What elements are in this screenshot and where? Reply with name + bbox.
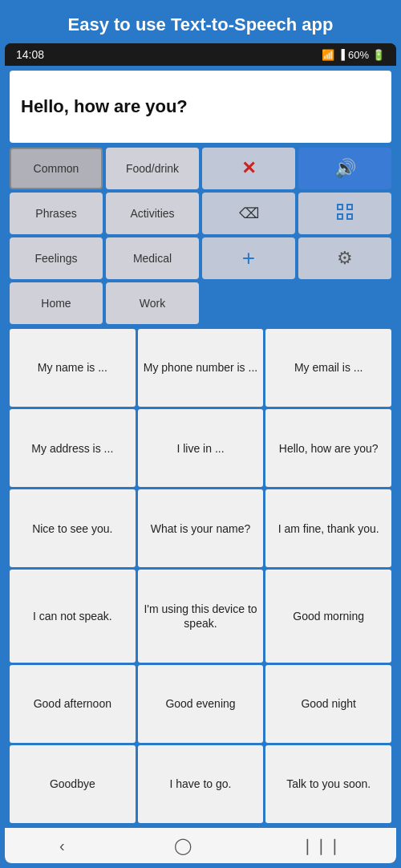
svg-rect-0 bbox=[338, 205, 342, 209]
home-button[interactable]: ◯ bbox=[158, 831, 208, 860]
controls-grid: Common Food/drink ✕ 🔊 Phrases Activities… bbox=[10, 148, 391, 324]
phrase-cell[interactable]: Goodbye bbox=[10, 745, 136, 823]
category-home[interactable]: Home bbox=[10, 282, 103, 324]
phrase-cell[interactable]: Talk to you soon. bbox=[265, 745, 391, 823]
battery-level: 60% bbox=[348, 49, 369, 61]
phrase-cell[interactable]: My email is ... bbox=[265, 329, 391, 407]
category-medical-label: Medical bbox=[133, 252, 172, 265]
speaker-button[interactable]: 🔊 bbox=[298, 148, 391, 189]
phrase-cell[interactable]: I can not speak. bbox=[10, 570, 136, 662]
phrase-cell[interactable]: I am fine, thank you. bbox=[265, 489, 391, 567]
recents-button[interactable]: ❘❘❘ bbox=[285, 831, 358, 860]
svg-rect-1 bbox=[347, 205, 352, 209]
category-common[interactable]: Common bbox=[10, 148, 103, 189]
backspace-icon: ⌫ bbox=[239, 205, 259, 222]
display-text: Hello, how are you? bbox=[21, 96, 188, 117]
backspace-button[interactable]: ⌫ bbox=[202, 193, 295, 234]
category-work-label: Work bbox=[140, 297, 165, 310]
expand-icon bbox=[336, 203, 354, 225]
phrase-grid: My name is ...My phone number is ...My e… bbox=[10, 329, 391, 823]
category-food[interactable]: Food/drink bbox=[106, 148, 199, 189]
phrase-cell[interactable]: My name is ... bbox=[10, 329, 136, 407]
speaker-icon: 🔊 bbox=[334, 158, 356, 179]
add-button[interactable]: + bbox=[202, 237, 295, 279]
category-phrases[interactable]: Phrases bbox=[10, 193, 103, 234]
category-feelings[interactable]: Feelings bbox=[10, 237, 103, 279]
phrase-cell[interactable]: What is your name? bbox=[138, 489, 264, 567]
phrase-cell[interactable]: I live in ... bbox=[138, 409, 264, 487]
settings-button[interactable]: ⚙ bbox=[298, 237, 391, 279]
category-medical[interactable]: Medical bbox=[106, 237, 199, 279]
nav-bar: ‹ ◯ ❘❘❘ bbox=[5, 828, 396, 863]
add-icon: + bbox=[242, 247, 255, 270]
phrase-cell[interactable]: My phone number is ... bbox=[138, 329, 264, 407]
back-icon: ‹ bbox=[59, 837, 65, 854]
category-home-label: Home bbox=[41, 297, 71, 310]
wifi-icon: 📶 bbox=[322, 49, 334, 61]
category-phrases-label: Phrases bbox=[35, 207, 76, 220]
expand-button[interactable] bbox=[298, 193, 391, 234]
close-icon: ✕ bbox=[241, 158, 256, 179]
category-food-label: Food/drink bbox=[126, 162, 179, 175]
phrase-cell[interactable]: Good night bbox=[265, 665, 391, 743]
status-time: 14:08 bbox=[16, 48, 44, 61]
app-header: Easy to use Text-to-Speech app bbox=[0, 0, 401, 43]
phrase-cell[interactable]: Hello, how are you? bbox=[265, 409, 391, 487]
home-nav-icon: ◯ bbox=[174, 837, 192, 854]
category-common-label: Common bbox=[34, 162, 79, 175]
app-title: Easy to use Text-to-Speech app bbox=[68, 14, 334, 34]
phrase-cell[interactable]: Good afternoon bbox=[10, 665, 136, 743]
battery-icon: 🔋 bbox=[372, 49, 385, 61]
status-bar: 14:08 📶 ▐ 60% 🔋 bbox=[5, 43, 396, 66]
text-display: Hello, how are you? bbox=[10, 71, 391, 143]
gear-icon: ⚙ bbox=[337, 248, 353, 269]
signal-icon: ▐ bbox=[338, 49, 345, 60]
phone-frame: 14:08 📶 ▐ 60% 🔋 Hello, how are you? Comm… bbox=[5, 43, 396, 863]
phrase-cell[interactable]: My address is ... bbox=[10, 409, 136, 487]
back-button[interactable]: ‹ bbox=[43, 832, 81, 860]
recents-icon: ❘❘❘ bbox=[301, 837, 342, 854]
phrase-cell[interactable]: I have to go. bbox=[138, 745, 264, 823]
category-activities-label: Activities bbox=[130, 207, 174, 220]
phrase-cell[interactable]: Nice to see you. bbox=[10, 489, 136, 567]
phrase-cell[interactable]: Good evening bbox=[138, 665, 264, 743]
status-bar-right: 📶 ▐ 60% 🔋 bbox=[322, 49, 385, 61]
svg-rect-2 bbox=[338, 214, 342, 219]
app-content: Hello, how are you? Common Food/drink ✕ … bbox=[5, 66, 396, 828]
close-button[interactable]: ✕ bbox=[202, 148, 295, 189]
category-work[interactable]: Work bbox=[106, 282, 199, 324]
phrase-cell[interactable]: Good morning bbox=[265, 570, 391, 662]
category-activities[interactable]: Activities bbox=[106, 193, 199, 234]
svg-rect-3 bbox=[347, 214, 352, 219]
category-feelings-label: Feelings bbox=[35, 252, 78, 265]
phrase-cell[interactable]: I'm using this device to speak. bbox=[138, 570, 264, 662]
